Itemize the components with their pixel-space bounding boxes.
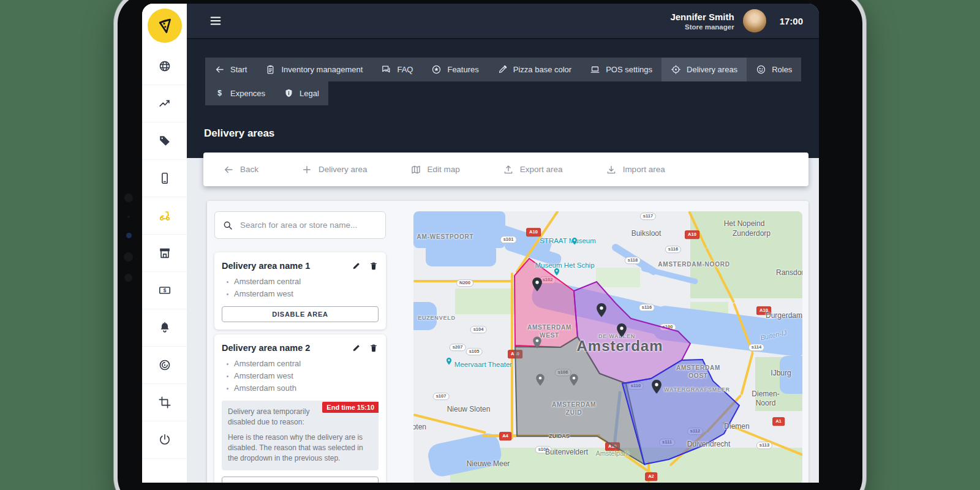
map-label: Meervaart Theater (454, 360, 512, 369)
tablet-camera-dot (127, 216, 130, 218)
map-canvas[interactable]: s101A10s117s116A10s118s102N200s104s105s2… (413, 211, 802, 483)
map-pin[interactable] (614, 322, 630, 341)
toggle-area-button[interactable]: DISABLE AREA (222, 306, 379, 322)
map-label: IJburg (771, 369, 791, 378)
tab-label: Legal (300, 89, 319, 98)
map-pin[interactable] (594, 302, 610, 321)
map-label: Buiksloot (631, 229, 662, 238)
power-icon (158, 433, 172, 447)
banknote-icon: $ (158, 284, 172, 297)
map-pin[interactable] (649, 379, 665, 398)
delivery-area-list: Delivery area name 1 Amsterdam centralAm… (214, 252, 386, 483)
tab-pos-settings[interactable]: POS settings (581, 58, 662, 81)
map-label: AMSTERDAM ZUID (552, 401, 596, 417)
tab-expences[interactable]: $Expences (205, 81, 274, 105)
avatar[interactable] (743, 9, 766, 32)
crop-icon (158, 396, 172, 409)
content-panel: Delivery area name 1 Amsterdam centralAm… (207, 201, 809, 483)
tab-label: Delivery areas (687, 65, 737, 74)
toolbar-label: Export area (520, 165, 563, 174)
sidebar-item-offers[interactable] (142, 123, 187, 160)
sidebar-item-crop[interactable] (142, 384, 187, 421)
map-pin[interactable] (567, 373, 581, 390)
poi-pin (570, 237, 579, 248)
tab-features[interactable]: Features (422, 58, 488, 81)
tag-icon (158, 134, 172, 148)
edit-area-button[interactable] (352, 343, 361, 353)
sidebar-item-store[interactable] (142, 235, 187, 272)
star-circle-icon (431, 64, 442, 75)
pizza-logo-icon[interactable] (148, 9, 182, 43)
area-locations: Amsterdam centralAmsterdam westAmsterdam… (227, 358, 379, 394)
toolbar-label: Back (240, 165, 258, 174)
arrow-left-icon (223, 164, 234, 175)
map-label: Het Nopeind (724, 219, 765, 228)
topbar: Jennifer Smith Store manager 17:00 (187, 4, 819, 39)
menu-button[interactable] (209, 14, 222, 28)
app-window: $ Jennifer Smith Store manager 17:00 Sta… (142, 4, 819, 483)
map-label: AM-WESTPOORT (417, 233, 474, 241)
tab-pizza-base-color[interactable]: Pizza base color (488, 58, 581, 81)
sidebar-item-payments[interactable]: $ (142, 272, 187, 309)
sidebar-item-notifications[interactable] (142, 309, 187, 347)
delete-area-button[interactable] (369, 261, 379, 271)
chat-icon (381, 64, 391, 75)
tab-start[interactable]: Start (205, 58, 256, 81)
search-box (214, 211, 386, 239)
search-input[interactable] (239, 220, 378, 230)
tab-label: Start (230, 65, 247, 74)
toolbar-add-delivery-area-button[interactable]: Delivery area (298, 164, 371, 176)
map-pin[interactable] (533, 373, 548, 390)
dollar-icon: $ (214, 88, 225, 99)
nav-tabs-row2: $ExpencesLegal (205, 81, 328, 105)
main-app-area: Jennifer Smith Store manager 17:00 Start… (187, 4, 819, 483)
sidebar-item-delivery[interactable] (142, 197, 187, 235)
map-label: Amstelpark (595, 450, 629, 458)
tab-roles[interactable]: Roles (747, 58, 801, 81)
crosshair-icon (671, 64, 681, 75)
sidebar-item-targets[interactable] (142, 347, 187, 384)
laptop-icon (590, 64, 600, 75)
scooter-icon (158, 209, 172, 222)
end-time-badge: End time 15:10 (322, 402, 379, 413)
tab-inventory-management[interactable]: Inventory management (256, 58, 372, 81)
area-list-column: Delivery area name 1 Amsterdam centralAm… (214, 211, 386, 483)
map-pin[interactable] (530, 336, 545, 352)
sidebar-item-mobile[interactable] (142, 160, 187, 197)
plus-icon (301, 164, 312, 175)
tab-legal[interactable]: Legal (274, 81, 328, 105)
phone-icon (158, 172, 172, 185)
toggle-area-button[interactable] (222, 477, 379, 483)
sidebar-item-globe[interactable] (142, 48, 187, 85)
shield-icon (284, 88, 294, 99)
sidebar-item-power[interactable] (142, 421, 187, 459)
edit-area-button[interactable] (352, 261, 361, 271)
poi-pin (445, 357, 453, 368)
map-label: AMSTERDAM OOST (676, 364, 720, 380)
tab-faq[interactable]: FAQ (372, 58, 422, 81)
tab-delivery-areas[interactable]: Delivery areas (662, 58, 747, 81)
delete-area-button[interactable] (369, 343, 379, 353)
globe-icon (158, 59, 172, 73)
toolbar-edit-map-button[interactable]: Edit map (407, 164, 464, 176)
tab-label: Expences (230, 89, 265, 98)
trash-icon (369, 261, 379, 271)
delivery-area-card: Delivery area name 2 Amsterdam centralAm… (214, 334, 386, 483)
tablet-camera-lens (126, 233, 132, 238)
toolbar-label: Delivery area (318, 165, 368, 174)
map-label: Zunderdorp (733, 229, 771, 238)
toolbar: BackDelivery areaEdit mapExport areaImpo… (203, 153, 809, 186)
map-label: WATERGRAAFSMEER (664, 386, 730, 393)
nav-tabs-row1: StartInventory managementFAQFeaturesPizz… (205, 58, 801, 81)
map-pin[interactable] (529, 276, 546, 295)
map-label: Ransdorp (776, 268, 802, 277)
toolbar-back-button[interactable]: Back (219, 164, 262, 176)
map-label: Duivendrecht (687, 440, 731, 449)
user-block[interactable]: Jennifer Smith Store manager (670, 9, 766, 32)
toolbar-import-area-button[interactable]: Import area (602, 164, 669, 176)
map-label: AMSTERDAM-NOORD (658, 261, 730, 269)
people-icon (756, 64, 766, 75)
toolbar-export-area-button[interactable]: Export area (499, 164, 567, 176)
sidebar-item-stats[interactable] (142, 85, 187, 123)
map-label: Nieuwe Meer (467, 459, 510, 469)
